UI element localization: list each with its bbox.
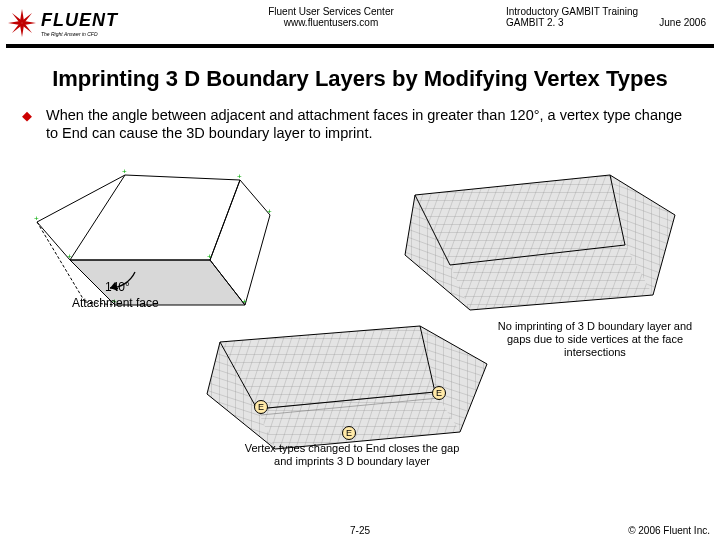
slide-header: FLUENT The Right Answer in CFD Fluent Us… xyxy=(0,0,720,44)
meshed-no-imprint-diagram xyxy=(395,160,695,320)
bullet-item: ◆ When the angle between adjacent and at… xyxy=(0,106,720,142)
service-center-url: www.fluentusers.com xyxy=(156,17,506,28)
service-center-label: Fluent User Services Center xyxy=(156,6,506,17)
header-center: Fluent User Services Center www.fluentus… xyxy=(156,4,506,28)
angle-value-label: 140° xyxy=(105,280,130,294)
training-title: Introductory GAMBIT Training xyxy=(506,6,706,17)
svg-text:+: + xyxy=(267,207,272,216)
imprinted-caption: Vertex types changed to End closes the g… xyxy=(242,442,462,467)
svg-text:+: + xyxy=(242,297,247,306)
no-imprint-caption: No imprinting of 3 D boundary layer and … xyxy=(490,320,700,358)
svg-text:+: + xyxy=(122,167,127,176)
diagram-area: +++ +++ ++ 140° Attachment face No impri… xyxy=(0,142,720,512)
attachment-face-label: Attachment face xyxy=(72,296,159,310)
logo-tagline: The Right Answer in CFD xyxy=(41,31,118,37)
logo-wordmark: FLUENT xyxy=(41,10,118,31)
header-right: Introductory GAMBIT Training GAMBIT 2. 3… xyxy=(506,4,706,28)
bullet-diamond-icon: ◆ xyxy=(22,108,32,142)
training-date: June 2006 xyxy=(659,17,706,28)
svg-line-5 xyxy=(37,175,125,222)
svg-text:+: + xyxy=(237,172,242,181)
fluent-logo: FLUENT The Right Answer in CFD xyxy=(6,4,156,42)
slide-number: 7-25 xyxy=(0,525,720,536)
starburst-icon xyxy=(6,7,38,39)
svg-text:+: + xyxy=(34,214,39,223)
svg-text:+: + xyxy=(67,252,72,261)
svg-line-4 xyxy=(37,222,70,260)
header-divider xyxy=(6,44,714,48)
copyright-notice: © 2006 Fluent Inc. xyxy=(628,525,710,536)
slide-title: Imprinting 3 D Boundary Layers by Modify… xyxy=(10,66,710,92)
bullet-text: When the angle between adjacent and atta… xyxy=(46,106,698,142)
product-version: GAMBIT 2. 3 xyxy=(506,17,564,28)
svg-text:+: + xyxy=(207,252,212,261)
